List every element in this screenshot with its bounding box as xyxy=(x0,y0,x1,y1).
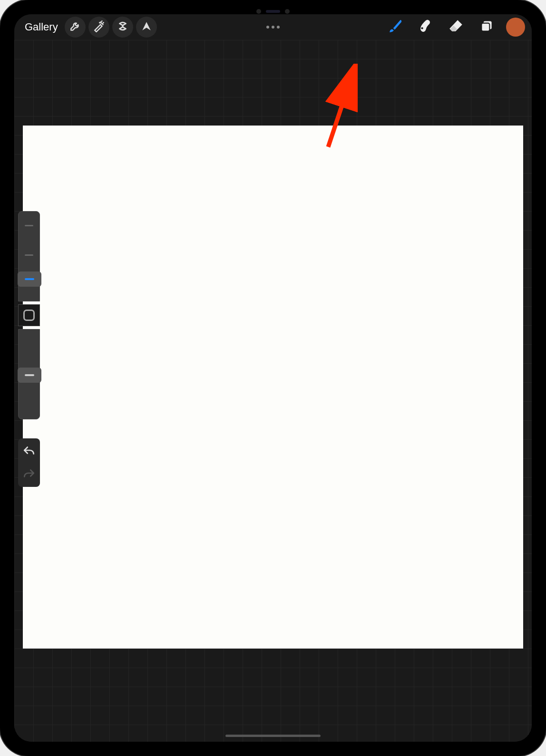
brush-size-slider[interactable] xyxy=(18,211,40,301)
wand-icon xyxy=(93,20,105,34)
undo-redo-panel xyxy=(18,438,40,487)
brush-icon xyxy=(387,18,403,36)
layers-icon xyxy=(478,18,495,36)
adjustments-button[interactable] xyxy=(88,17,109,38)
screen: Gallery xyxy=(14,14,532,742)
smudge-icon xyxy=(418,18,434,36)
eraser-tool[interactable] xyxy=(445,16,467,38)
modify-menu-button[interactable] xyxy=(266,26,280,29)
modifier-button[interactable] xyxy=(18,304,40,326)
undo-button[interactable] xyxy=(23,445,35,457)
brush-opacity-slider[interactable] xyxy=(18,329,40,419)
smudge-tool[interactable] xyxy=(415,16,437,38)
brush-tool[interactable] xyxy=(384,16,406,38)
top-toolbar: Gallery xyxy=(14,14,532,40)
svg-rect-2 xyxy=(481,23,489,31)
svg-point-0 xyxy=(421,27,423,29)
camera-notch xyxy=(244,9,302,14)
eraser-icon xyxy=(448,18,464,36)
ipad-frame: Gallery xyxy=(0,0,546,756)
undo-icon xyxy=(23,449,35,457)
canvas-viewport[interactable] xyxy=(14,40,532,742)
redo-button[interactable] xyxy=(23,468,35,480)
selection-icon xyxy=(117,20,129,34)
transform-button[interactable] xyxy=(136,17,157,38)
redo-icon xyxy=(23,472,35,480)
square-icon xyxy=(23,310,35,321)
wrench-icon xyxy=(69,20,81,34)
actions-button[interactable] xyxy=(65,17,86,38)
layers-button[interactable] xyxy=(476,16,497,38)
cursor-arrow-icon xyxy=(140,20,153,34)
gallery-button[interactable]: Gallery xyxy=(21,19,62,35)
home-indicator[interactable] xyxy=(225,735,321,737)
canvas[interactable] xyxy=(23,126,523,649)
selection-button[interactable] xyxy=(112,17,133,38)
color-picker[interactable] xyxy=(506,18,525,37)
side-toolbar xyxy=(16,211,42,487)
